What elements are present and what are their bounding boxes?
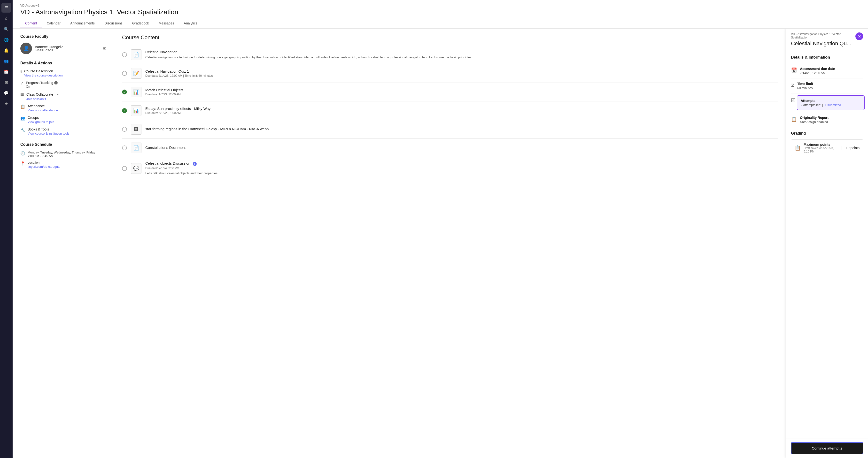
item-title-5[interactable]: star forming regions in the Cartwheel Ga…	[145, 127, 778, 131]
item-radio-6	[122, 145, 127, 150]
checkmark-icon: ✓	[20, 81, 24, 86]
timer-icon: ⧖	[791, 82, 795, 88]
item-title-2[interactable]: Celestial Navigation Quiz 1	[145, 69, 778, 73]
item-icon-discussion: 💬	[131, 163, 142, 174]
join-session-link[interactable]: Join session ▾	[26, 97, 46, 101]
tab-calendar[interactable]: Calendar	[42, 19, 65, 28]
tab-analytics[interactable]: Analytics	[179, 19, 202, 28]
tab-gradebook[interactable]: Gradebook	[127, 19, 154, 28]
detail-books-tools: 🔧 Books & Tools View course & institutio…	[20, 127, 106, 136]
grid-icon[interactable]: ⊞	[1, 77, 11, 87]
attendance-link[interactable]: View your attendance	[28, 108, 58, 112]
grading-icon: 📋	[795, 145, 801, 151]
faculty-section: Course Faculty 👤 Barnette Orangello INST…	[20, 34, 106, 54]
collaborate-more-button[interactable]: ⋯	[54, 92, 61, 97]
star-icon[interactable]: ★	[1, 99, 11, 108]
groups-link[interactable]: View groups to join	[28, 120, 54, 124]
right-panel-footer: Continue attempt 2	[786, 438, 868, 458]
item-title-4[interactable]: Essay: Sun proximity effects - Milky Way	[145, 106, 778, 110]
attempts-detail: 2 attempts left | 1 submitted	[801, 103, 861, 107]
schedule-location-link[interactable]: tinyurl.com/bb-carogutt	[28, 165, 60, 168]
list-item: ✓ 📊 Match Celestial Objects Due date: 1/…	[122, 83, 778, 101]
tab-announcements[interactable]: Announcements	[65, 19, 99, 28]
grading-section: Grading 📋 Maximum points Draft saved on …	[791, 131, 863, 156]
instructor-info: Barnette Orangello INSTRUCTOR	[35, 45, 100, 52]
course-description-label: Course Description	[24, 69, 106, 73]
item-description-1: Celestial navigation is a technique for …	[145, 55, 778, 60]
left-panel: Course Faculty 👤 Barnette Orangello INST…	[12, 29, 114, 458]
faculty-title: Course Faculty	[20, 34, 106, 39]
list-item: 🖼 star forming regions in the Cartwheel …	[122, 120, 778, 139]
instructor-name: Barnette Orangello	[35, 45, 100, 49]
chat-icon[interactable]: 💬	[1, 88, 11, 98]
schedule-location-label: Location	[28, 161, 60, 164]
location-icon: 📍	[20, 161, 25, 166]
max-points-value: 10 points	[842, 146, 860, 150]
attempts-icon: ☑	[791, 97, 795, 103]
max-points-label: Maximum points	[804, 142, 839, 146]
collaborate-icon: ▦	[20, 92, 24, 97]
close-button[interactable]: ✕	[856, 32, 863, 40]
item-title-6[interactable]: Constellations Document	[145, 145, 778, 150]
books-tools-link[interactable]: View course & institution tools	[28, 132, 69, 135]
details-actions: Details & Actions ℹ Course Description V…	[20, 61, 106, 136]
list-item: ✓ 📊 Essay: Sun proximity effects - Milky…	[122, 101, 778, 120]
right-panel: VD - Astronavigation Physics 1: Vector S…	[786, 29, 868, 458]
assessment-due-date-label: Assessment due date	[800, 67, 863, 71]
grading-row: 📋 Maximum points Draft saved on 5/21/23,…	[791, 139, 863, 156]
center-panel: Course Content 📄 Celestial Navigation Ce…	[114, 29, 786, 458]
discussion-badge: ℹ	[193, 162, 197, 166]
list-item: 📄 Constellations Document	[122, 139, 778, 157]
attempts-left: 2 attempts left	[801, 103, 820, 107]
course-content-title: Course Content	[122, 34, 778, 41]
attempts-submitted-link[interactable]: 1 submitted	[825, 103, 841, 107]
schedule-time-item: 🕐 Monday, Tuesday, Wednesday, Thursday, …	[20, 151, 106, 158]
globe-icon[interactable]: 🌐	[1, 35, 11, 44]
progress-info-badge: i	[54, 81, 58, 85]
instructor-role: INSTRUCTOR	[35, 49, 100, 52]
schedule-location-item: 📍 Location tinyurl.com/bb-carogutt	[20, 161, 106, 169]
menu-icon[interactable]: ☰	[1, 3, 11, 12]
assessment-due-date-row: 📅 Assessment due date 7/14/25, 12:00 AM	[791, 63, 863, 78]
attendance-icon: 📋	[20, 104, 25, 109]
class-collaborate-label: Class Collaborate ⋯	[26, 92, 106, 97]
continue-attempt-button[interactable]: Continue attempt 2	[791, 442, 863, 454]
item-meta-3: Due date: 1/7/23, 12:00 AM	[145, 93, 778, 96]
instructor-row: 👤 Barnette Orangello INSTRUCTOR ✉	[20, 43, 106, 54]
search-icon[interactable]: 🔍	[1, 24, 11, 34]
home-icon[interactable]: ⌂	[1, 13, 11, 23]
item-title-7[interactable]: Celestial objects Discussion ℹ	[145, 161, 778, 166]
groups-icon: 👥	[20, 116, 25, 121]
bell-icon[interactable]: 🔔	[1, 45, 11, 55]
assessment-due-date-value: 7/14/25, 12:00 AM	[800, 71, 863, 75]
people-icon[interactable]: 👥	[1, 56, 11, 66]
groups-label: Groups	[28, 116, 106, 120]
time-limit-label: Time limit	[797, 82, 863, 86]
right-panel-subtitle: VD - Astronavigation Physics 1: Vector S…	[791, 32, 852, 39]
page-title: VD - Astronavigation Physics 1: Vector S…	[20, 8, 860, 16]
item-title-3[interactable]: Match Celestial Objects	[145, 88, 778, 92]
content-layout: Course Faculty 👤 Barnette Orangello INST…	[12, 29, 868, 458]
calendar-icon[interactable]: 📅	[1, 67, 11, 76]
tab-discussions[interactable]: Discussions	[99, 19, 127, 28]
schedule-section: Course Schedule 🕐 Monday, Tuesday, Wedne…	[20, 142, 106, 169]
mail-icon[interactable]: ✉	[103, 46, 106, 51]
calendar-info-icon: 📅	[791, 67, 797, 73]
originality-icon: 📋	[791, 116, 797, 122]
tab-messages[interactable]: Messages	[154, 19, 179, 28]
item-radio-2	[122, 71, 127, 76]
item-title-1[interactable]: Celestial Navigation	[145, 50, 778, 54]
item-icon-essay: 📊	[131, 105, 142, 116]
item-meta-4: Due date: 5/15/23, 1:00 AM	[145, 111, 778, 115]
schedule-title: Course Schedule	[20, 142, 106, 147]
list-item: 📝 Celestial Navigation Quiz 1 Due date: …	[122, 64, 778, 83]
tab-content[interactable]: Content	[20, 19, 42, 28]
detail-attendance: 📋 Attendance View your attendance	[20, 104, 106, 112]
item-icon-doc: 📄	[131, 142, 142, 153]
list-item: 📄 Celestial Navigation Celestial navigat…	[122, 45, 778, 64]
course-description-link[interactable]: View the course description	[24, 74, 63, 77]
max-points-sub: Draft saved on 5/21/23, 5:10 PM	[804, 146, 839, 153]
detail-groups: 👥 Groups View groups to join	[20, 116, 106, 124]
attempts-label: Attempts	[801, 99, 861, 103]
header: VD-Astronav-1 VD - Astronavigation Physi…	[12, 0, 868, 29]
